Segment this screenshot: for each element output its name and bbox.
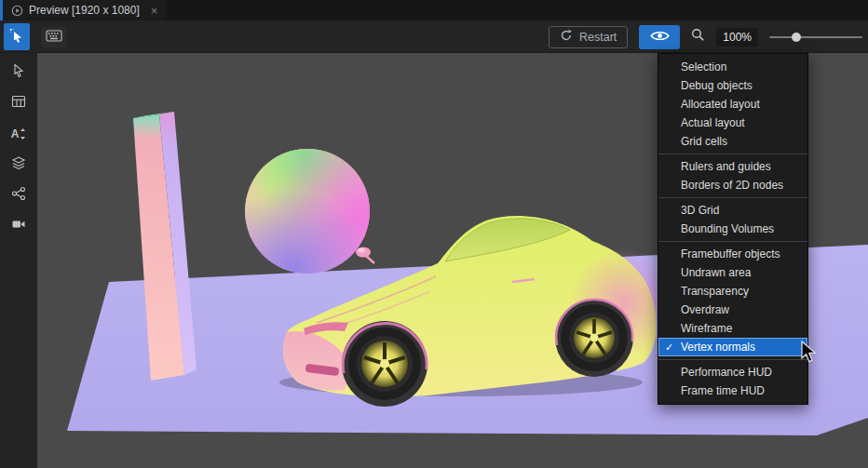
slider-handle[interactable] [792,33,801,42]
menu-item-performance-hud[interactable]: Performance HUD [658,363,807,381]
sidebar-item-select[interactable] [3,57,34,87]
restart-label: Restart [579,31,617,44]
menu-item-actual-layout[interactable]: Actual layout [658,114,807,132]
cursor-select-icon [9,28,24,47]
keyboard-icon [46,29,62,46]
menu-item-overdraw[interactable]: Overdraw [658,301,807,319]
camera-icon [11,217,26,235]
menu-item-frame-time-hud[interactable]: Frame time HUD [658,381,807,400]
table-icon [11,94,26,113]
menu-item-3d-grid[interactable]: 3D Grid [658,201,807,220]
visibility-options-menu: Selection Debug objects Allocated layout… [658,53,808,405]
toolbar-right-group: Restart 100% [549,20,866,53]
menu-separator [658,154,807,154]
preview-window: Preview [1920 x 1080] × [0,0,868,468]
preview-tab[interactable]: Preview [1920 x 1080] × [0,0,167,20]
restart-button[interactable]: Restart [549,26,628,48]
play-icon [11,5,23,17]
menu-item-rulers-and-guides[interactable]: Rulers and guides [658,157,807,176]
menu-item-selection[interactable]: Selection [658,58,807,76]
menu-item-debug-objects[interactable]: Debug objects [658,76,807,95]
visibility-options-button[interactable] [639,25,680,49]
tab-bar: Preview [1920 x 1080] × [0,0,868,20]
front-wheel [348,328,421,400]
node-graph-icon [11,186,26,205]
eye-icon [650,29,670,46]
text-tool-icon: A [11,127,27,140]
zoom-level[interactable]: 100% [716,28,758,47]
rear-wheel [561,304,628,371]
zoom-slider[interactable] [769,30,862,45]
menu-item-allocated-layout[interactable]: Allocated layout [658,95,807,114]
menu-item-wireframe[interactable]: Wireframe [658,319,807,338]
check-icon: ✓ [665,338,673,356]
menu-separator [658,197,807,198]
side-mirror [356,247,374,264]
slider-track [769,36,862,38]
sidebar-item-table[interactable] [3,87,34,118]
menu-item-vertex-normals[interactable]: ✓ Vertex normals [658,338,807,356]
zoom-icon [691,28,705,46]
menu-separator [658,241,807,242]
sidebar-item-layers[interactable] [3,149,34,180]
sidebar-item-text[interactable]: A [3,118,34,149]
sphere [245,149,370,274]
tab-close-button[interactable]: × [151,5,158,17]
keyboard-button[interactable] [41,27,67,47]
selection-tool-button[interactable] [4,23,30,50]
sidebar-item-camera[interactable] [3,210,34,241]
mouse-cursor-icon [801,341,818,368]
menu-item-undrawn-area[interactable]: Undrawn area [658,263,807,282]
toolbar: Restart 100% [0,20,868,53]
menu-item-borders-of-2d-nodes[interactable]: Borders of 2D nodes [658,176,807,194]
menu-item-grid-cells[interactable]: Grid cells [658,132,807,151]
accent-strip [0,0,3,20]
restart-icon [560,29,573,45]
tool-sidebar: A [0,53,37,468]
menu-item-framebuffer-objects[interactable]: Framebuffer objects [658,245,807,263]
sidebar-item-nodes[interactable] [3,180,34,210]
arrow-cursor-icon [11,63,26,82]
tab-title: Preview [1920 x 1080] [29,4,140,17]
menu-item-transparency[interactable]: Transparency [658,282,807,301]
menu-item-bounding-volumes[interactable]: Bounding Volumes [658,220,807,238]
menu-separator [658,359,807,360]
layers-icon [11,155,26,174]
